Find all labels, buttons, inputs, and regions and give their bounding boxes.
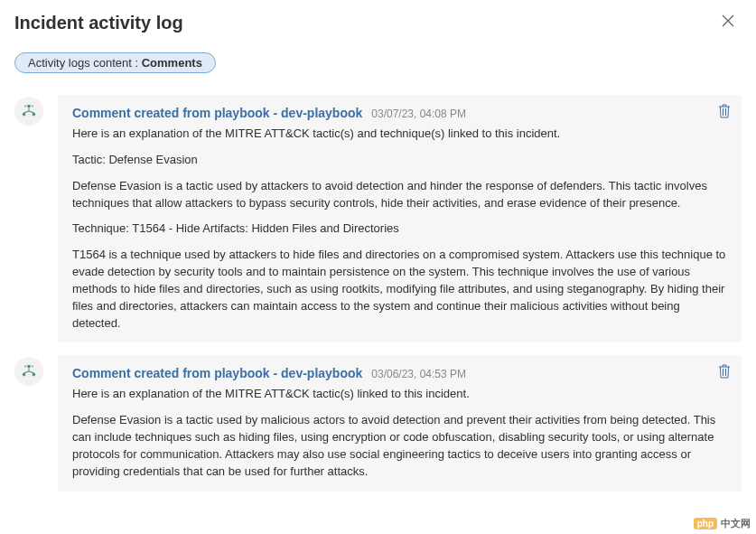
log-entry: Comment created from playbook - dev-play… bbox=[14, 355, 742, 491]
playbook-icon bbox=[21, 103, 37, 119]
filter-label: Activity logs content : bbox=[28, 56, 142, 70]
delete-button[interactable] bbox=[718, 104, 731, 122]
trash-icon bbox=[718, 104, 731, 118]
page-title: Incident activity log bbox=[14, 13, 183, 33]
filter-value: Comments bbox=[142, 56, 202, 70]
entry-paragraph: Here is an explanation of the MITRE ATT&… bbox=[72, 126, 727, 143]
entry-body: Here is an explanation of the MITRE ATT&… bbox=[72, 126, 727, 332]
playbook-icon bbox=[21, 363, 37, 379]
entry-header: Comment created from playbook - dev-play… bbox=[72, 106, 727, 120]
svg-point-5 bbox=[33, 373, 36, 377]
filter-chip[interactable]: Activity logs content : Comments bbox=[14, 52, 216, 73]
close-icon bbox=[722, 14, 734, 27]
entry-title[interactable]: Comment created from playbook - dev-play… bbox=[72, 366, 362, 380]
svg-point-0 bbox=[27, 105, 31, 108]
entry-paragraph: Here is an explanation of the MITRE ATT&… bbox=[72, 386, 727, 403]
entry-paragraph: Technique: T1564 - Hide Artifacts: Hidde… bbox=[72, 220, 727, 238]
entry-timestamp: 03/06/23, 04:53 PM bbox=[371, 368, 466, 380]
watermark: php 中文网 bbox=[694, 517, 751, 530]
svg-point-3 bbox=[27, 365, 31, 369]
entry-title[interactable]: Comment created from playbook - dev-play… bbox=[72, 106, 362, 120]
entry-card: Comment created from playbook - dev-play… bbox=[58, 95, 742, 342]
avatar bbox=[14, 97, 43, 126]
entry-header: Comment created from playbook - dev-play… bbox=[72, 366, 727, 380]
entry-paragraph: Defense Evasion is a tactic used by mali… bbox=[72, 412, 727, 480]
delete-button[interactable] bbox=[718, 364, 731, 382]
entry-paragraph: Tactic: Defense Evasion bbox=[72, 152, 727, 169]
entry-card: Comment created from playbook - dev-play… bbox=[58, 355, 742, 491]
close-button[interactable] bbox=[714, 11, 742, 34]
avatar bbox=[14, 357, 43, 386]
watermark-text: 中文网 bbox=[721, 517, 751, 530]
svg-point-4 bbox=[23, 373, 26, 377]
svg-point-2 bbox=[33, 113, 36, 117]
watermark-badge: php bbox=[694, 518, 717, 529]
entry-timestamp: 03/07/23, 04:08 PM bbox=[371, 108, 466, 120]
log-entry: Comment created from playbook - dev-play… bbox=[14, 95, 742, 342]
svg-point-1 bbox=[23, 113, 26, 117]
trash-icon bbox=[718, 364, 731, 379]
panel-header: Incident activity log bbox=[14, 11, 742, 34]
entry-paragraph: T1564 is a technique used by attackers t… bbox=[72, 247, 727, 332]
entry-paragraph: Defense Evasion is a tactic used by atta… bbox=[72, 178, 727, 212]
entry-body: Here is an explanation of the MITRE ATT&… bbox=[72, 386, 727, 480]
